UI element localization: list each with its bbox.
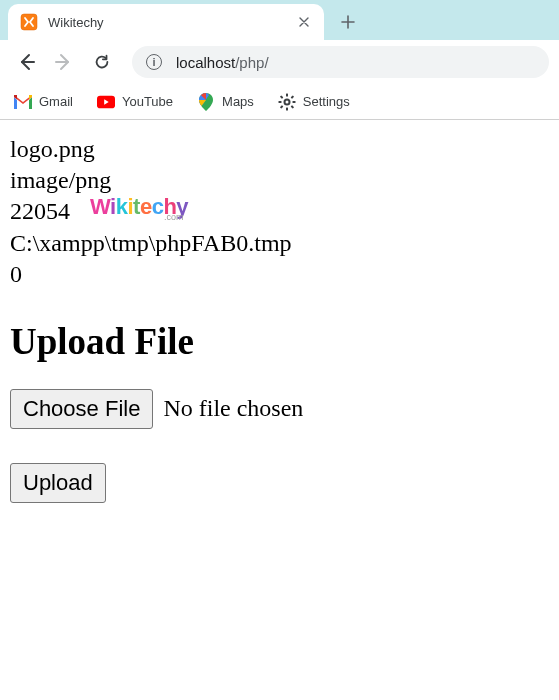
file-chosen-text: No file chosen [163, 395, 303, 422]
bookmark-maps[interactable]: Maps [197, 93, 254, 111]
browser-tab[interactable]: Wikitechy [8, 4, 324, 40]
address-url: localhost/php/ [176, 54, 269, 71]
tab-title: Wikitechy [48, 15, 296, 30]
bookmark-label: YouTube [122, 94, 173, 109]
output-errorcode: 0 [10, 259, 549, 290]
file-input-row: Choose File No file chosen [10, 389, 549, 429]
bookmark-label: Maps [222, 94, 254, 109]
xampp-favicon-icon [20, 13, 38, 31]
bookmark-label: Gmail [39, 94, 73, 109]
browser-nav-bar: i localhost/php/ [0, 40, 559, 84]
youtube-icon [97, 93, 115, 111]
output-mimetype: image/png [10, 165, 549, 196]
output-filename: logo.png [10, 134, 549, 165]
bookmark-label: Settings [303, 94, 350, 109]
output-tmppath: C:\xampp\tmp\phpFAB0.tmp [10, 228, 549, 259]
svg-rect-6 [286, 93, 288, 96]
wikitechy-watermark-sub: .com [164, 212, 184, 222]
svg-rect-7 [286, 107, 288, 110]
upload-heading: Upload File [10, 320, 549, 363]
gear-icon [278, 93, 296, 111]
upload-button[interactable]: Upload [10, 463, 106, 503]
svg-rect-13 [280, 105, 284, 109]
gmail-icon [14, 93, 32, 111]
svg-rect-11 [290, 105, 294, 109]
bookmark-youtube[interactable]: YouTube [97, 93, 173, 111]
svg-rect-10 [280, 95, 284, 99]
address-bar[interactable]: i localhost/php/ [132, 46, 549, 78]
forward-button[interactable] [48, 46, 80, 78]
back-button[interactable] [10, 46, 42, 78]
close-tab-icon[interactable] [296, 14, 312, 30]
bookmarks-bar: Gmail YouTube Maps [0, 84, 559, 120]
maps-icon [197, 93, 215, 111]
site-info-icon[interactable]: i [146, 54, 162, 70]
new-tab-button[interactable] [334, 8, 362, 36]
page-body: logo.png image/png 22054 C:\xampp\tmp\ph… [0, 120, 559, 517]
choose-file-button[interactable]: Choose File [10, 389, 153, 429]
bookmark-gmail[interactable]: Gmail [14, 93, 73, 111]
browser-tab-bar: Wikitechy [0, 0, 559, 40]
reload-button[interactable] [86, 46, 118, 78]
svg-rect-9 [292, 101, 295, 103]
svg-rect-8 [278, 101, 281, 103]
svg-rect-12 [290, 95, 294, 99]
bookmark-settings[interactable]: Settings [278, 93, 350, 111]
